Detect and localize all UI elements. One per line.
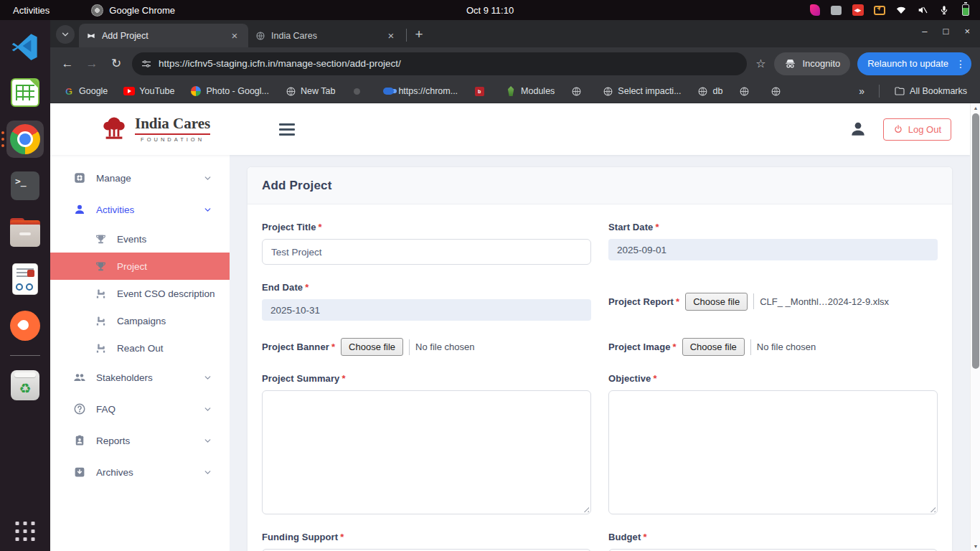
scroll-up-arrow[interactable]: ▲ — [971, 105, 980, 110]
project-title-input[interactable]: Test Project — [262, 239, 591, 265]
sidebar-item-archives[interactable]: Archives — [50, 456, 230, 488]
sidebar-toggle-hamburger-icon[interactable] — [279, 123, 295, 136]
logout-button[interactable]: Log Out — [883, 118, 951, 141]
browser-menu-dots-icon[interactable]: ⋮ — [956, 58, 966, 70]
bookmarks-overflow-button[interactable]: » — [854, 85, 869, 97]
sidebar-item-event-cso-description[interactable]: Event CSO description — [50, 280, 230, 307]
bookmark-modules[interactable]: Modules — [501, 84, 559, 98]
address-bar[interactable]: https://icfnv5-staging.icfn.in/manage-se… — [132, 52, 747, 75]
tab-close-icon[interactable]: × — [385, 29, 397, 42]
site-settings-tune-icon[interactable] — [141, 58, 152, 70]
brand-subtitle: FOUNDATION — [135, 136, 210, 143]
chevron-down-icon — [203, 436, 212, 446]
bookmark-globe[interactable] — [566, 84, 590, 98]
logo-tree-icon — [99, 114, 129, 144]
restore-button[interactable]: □ — [943, 26, 949, 37]
chat-icon[interactable] — [830, 4, 842, 17]
dock-trash-icon[interactable]: ♻ — [6, 367, 44, 404]
project-title-label: Project Title* — [262, 222, 591, 232]
forward-button[interactable]: → — [83, 55, 100, 72]
tab-add-project[interactable]: Add Project × — [79, 24, 248, 47]
sidebar-item-manage[interactable]: Manage — [50, 162, 230, 194]
url-text[interactable]: https://icfnv5-staging.icfn.in/manage-se… — [159, 58, 401, 69]
bookmark-google-photos[interactable]: Photo - Googl... — [186, 84, 273, 98]
objective-textarea[interactable] — [608, 390, 938, 514]
dock-postman-icon[interactable] — [6, 307, 44, 344]
sidebar-item-reach-out[interactable]: Reach Out — [50, 334, 230, 362]
dock-chrome-icon[interactable] — [6, 121, 44, 158]
microphone-icon[interactable] — [938, 4, 950, 17]
sidebar-item-reports[interactable]: Reports — [50, 425, 230, 456]
bookmark-star-icon[interactable]: ☆ — [755, 57, 765, 70]
scrollbar-thumb[interactable] — [972, 113, 979, 369]
tab-divider — [406, 29, 407, 42]
dock-terminal-icon[interactable]: >_ — [6, 167, 44, 204]
web-page: India Cares FOUNDATION Log Out Manage — [50, 103, 980, 551]
bookmark-chrome-link[interactable]: https://chrom... — [378, 84, 462, 98]
start-date-input[interactable]: 2025-09-01 — [608, 239, 938, 260]
screen-share-icon[interactable] — [873, 4, 885, 17]
reload-button[interactable]: ↻ — [108, 55, 125, 72]
dock-libreoffice-calc-icon[interactable] — [6, 74, 44, 111]
sidebar-item-events[interactable]: Events — [50, 225, 230, 253]
project-image-choose-file-button[interactable]: Choose file — [682, 338, 745, 356]
google-photos-icon — [190, 85, 202, 97]
bookmark-new-tab[interactable]: New Tab — [281, 84, 339, 98]
project-summary-textarea[interactable] — [262, 390, 591, 514]
main-content: Add Project Project Title* Test Project … — [230, 155, 970, 551]
bookmark-globe[interactable] — [734, 84, 758, 98]
sidebar-item-faq[interactable]: FAQ — [50, 393, 230, 425]
dock-vscode-icon[interactable] — [6, 27, 44, 65]
globe-icon — [738, 85, 750, 97]
wifi-icon[interactable] — [895, 4, 907, 17]
tab-title: India Cares — [271, 31, 379, 41]
all-bookmarks-button[interactable]: All Bookmarks — [890, 84, 971, 98]
incognito-label: Incognito — [802, 58, 840, 69]
bookmark-unnamed[interactable] — [347, 84, 371, 98]
funding-support-label: Funding Support* — [262, 532, 591, 542]
clock[interactable]: Oct 9 11:10 — [466, 0, 514, 20]
tab-title: Add Project — [102, 31, 222, 41]
project-banner-file-name: No file chosen — [415, 342, 474, 352]
dock-files-icon[interactable] — [6, 214, 44, 251]
india-cares-logo[interactable]: India Cares FOUNDATION — [99, 114, 210, 144]
project-report-choose-file-button[interactable]: Choose file — [685, 293, 748, 311]
bookmark-db[interactable]: db — [693, 84, 727, 98]
bookmark-globe[interactable] — [765, 84, 790, 98]
battery-icon[interactable] — [959, 4, 971, 17]
media-app-icon[interactable] — [809, 4, 821, 17]
sidebar-item-activities[interactable]: Activities — [50, 194, 230, 225]
new-tab-button[interactable]: + — [410, 25, 428, 44]
screen-record-icon[interactable]: ◂▸ — [852, 4, 864, 17]
project-banner-label: Project Banner* — [262, 342, 335, 352]
tab-india-cares[interactable]: India Cares × — [248, 24, 405, 47]
relaunch-to-update-button[interactable]: Relaunch to update ⋮ — [857, 52, 971, 75]
sidebar-item-campaigns[interactable]: Campaigns — [50, 307, 230, 334]
user-avatar-icon[interactable] — [849, 120, 867, 138]
bookmark-select-impact[interactable]: Select impacti... — [598, 84, 685, 98]
question-icon — [73, 402, 86, 415]
sidebar-item-project[interactable]: Project — [50, 253, 230, 280]
back-button[interactable]: ← — [59, 55, 76, 72]
tab-search-button[interactable] — [56, 25, 75, 44]
system-tray[interactable]: ◂▸ — [809, 4, 980, 17]
end-date-input[interactable]: 2025-10-31 — [262, 299, 591, 321]
scroll-down-arrow[interactable]: ▼ — [971, 544, 980, 549]
tab-close-icon[interactable]: × — [228, 29, 241, 42]
sidebar-item-stakeholders[interactable]: Stakeholders — [50, 362, 230, 393]
focused-app-menu[interactable]: Google Chrome — [91, 4, 175, 17]
activities-button[interactable]: Activities — [0, 0, 62, 20]
show-applications-button[interactable] — [16, 522, 35, 541]
volume-muted-icon[interactable] — [916, 4, 928, 17]
bookmark-red-logo[interactable]: b — [469, 84, 494, 98]
window-close-button[interactable]: × — [964, 26, 970, 37]
minimize-button[interactable]: – — [922, 26, 927, 37]
dock-document-viewer-icon[interactable] — [6, 260, 44, 298]
chevron-down-icon — [203, 373, 212, 382]
bookmark-google[interactable]: GGoogle — [59, 84, 112, 98]
browser-toolbar: ← → ↻ https://icfnv5-staging.icfn.in/man… — [50, 47, 980, 80]
page-scrollbar[interactable]: ▲ ▼ — [970, 103, 980, 551]
tab-favicon-globe-icon — [255, 31, 265, 41]
bookmark-youtube[interactable]: YouTube — [119, 84, 179, 98]
project-banner-choose-file-button[interactable]: Choose file — [341, 338, 403, 356]
